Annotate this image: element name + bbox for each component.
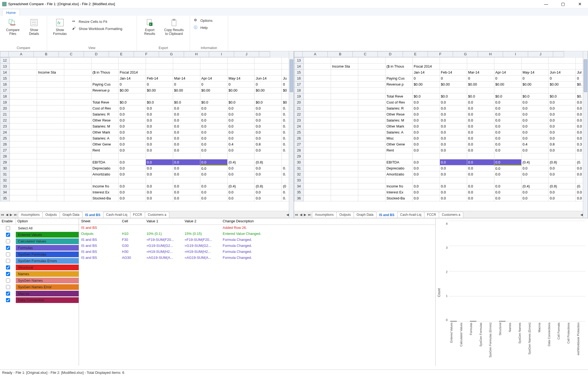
grid-cell[interactable] bbox=[494, 153, 521, 159]
option-label[interactable]: Structural bbox=[16, 265, 79, 270]
grid-cell[interactable]: 0.0 bbox=[200, 189, 227, 195]
grid-cell[interactable]: 0.0 bbox=[173, 171, 200, 177]
grid-cell[interactable]: 0.0 bbox=[118, 147, 146, 153]
grid-cell[interactable]: Other Mark bbox=[385, 123, 412, 129]
grid-cell[interactable] bbox=[304, 147, 331, 153]
grid-cell[interactable]: 0.0 bbox=[440, 135, 467, 141]
grid-cell[interactable] bbox=[358, 189, 385, 195]
grid-cell[interactable] bbox=[64, 177, 91, 183]
grid-cell[interactable] bbox=[10, 171, 37, 177]
grid-cell[interactable] bbox=[358, 117, 385, 123]
grid-cell[interactable] bbox=[227, 69, 255, 75]
grid-cell[interactable]: (0.4) bbox=[521, 159, 549, 165]
grid-cell[interactable] bbox=[64, 189, 91, 195]
grid-cell[interactable]: Depreciatio bbox=[385, 165, 412, 171]
column-header[interactable]: B bbox=[328, 51, 353, 57]
grid-cell[interactable]: 0.0 bbox=[200, 141, 227, 147]
grid-cell[interactable]: Paying Cus bbox=[91, 81, 118, 87]
grid-cell[interactable]: 0.0 bbox=[255, 105, 282, 111]
grid-cell[interactable] bbox=[37, 135, 64, 141]
grid-cell[interactable] bbox=[494, 177, 521, 183]
grid-cell[interactable]: Fiscal 2014 bbox=[412, 63, 440, 69]
sheet-tab[interactable]: Customers a bbox=[145, 212, 169, 218]
grid-cell[interactable]: 0.0 bbox=[521, 189, 549, 195]
grid-cell[interactable]: 0.0 bbox=[200, 111, 227, 117]
grid-cell[interactable]: 0.0 bbox=[118, 111, 146, 117]
sheet-tab[interactable]: FCCR bbox=[424, 212, 439, 218]
grid-cell[interactable]: 0.0 bbox=[227, 105, 255, 111]
grid-cell[interactable]: $0.00 bbox=[146, 87, 173, 93]
grid-cell[interactable] bbox=[37, 147, 64, 153]
grid-cell[interactable] bbox=[358, 165, 385, 171]
grid-cell[interactable] bbox=[10, 111, 37, 117]
grid-cell[interactable]: 0.0 bbox=[494, 117, 521, 123]
grid-cell[interactable]: 0.0 bbox=[521, 99, 549, 105]
grid-cell[interactable]: Depreciatio bbox=[91, 165, 118, 171]
sheet-tab[interactable]: Cash-Avail-Liq bbox=[397, 212, 424, 218]
row-header[interactable]: 33 bbox=[294, 177, 304, 183]
grid-cell[interactable] bbox=[358, 141, 385, 147]
row-header[interactable]: 31 bbox=[294, 165, 304, 171]
grid-cell[interactable]: 0.0 bbox=[118, 195, 146, 201]
grid-cell[interactable] bbox=[37, 117, 64, 123]
grid-cell[interactable] bbox=[304, 195, 331, 201]
grid-cell[interactable] bbox=[358, 171, 385, 177]
grid-cell[interactable]: 0.0 bbox=[412, 159, 440, 165]
grid-cell[interactable] bbox=[64, 69, 91, 75]
grid-cell[interactable] bbox=[358, 195, 385, 201]
grid-cell[interactable]: 0.0 bbox=[173, 141, 200, 147]
grid-cell[interactable] bbox=[173, 69, 200, 75]
grid-cell[interactable]: 0.0 bbox=[227, 123, 255, 129]
grid-cell[interactable]: 0.0 bbox=[440, 165, 467, 171]
grid-cell[interactable] bbox=[331, 135, 358, 141]
grid-cell[interactable]: 0.0 bbox=[494, 165, 521, 171]
grid-cell[interactable]: 0.0 bbox=[440, 147, 467, 153]
grid-cell[interactable] bbox=[64, 165, 91, 171]
grid-cell[interactable]: 0.0 bbox=[549, 195, 576, 201]
grid-cell[interactable]: 0.0 bbox=[200, 147, 227, 153]
grid-cell[interactable] bbox=[37, 111, 64, 117]
grid-cell[interactable] bbox=[91, 63, 118, 69]
grid-cell[interactable]: 0.0 bbox=[440, 195, 467, 201]
grid-cell[interactable] bbox=[64, 111, 91, 117]
grid-cell[interactable]: Revenue p bbox=[385, 81, 412, 87]
grid-cell[interactable]: 0.0 bbox=[227, 117, 255, 123]
grid-cell[interactable]: 0.0 bbox=[549, 111, 576, 117]
grid-cell[interactable] bbox=[91, 93, 118, 99]
grid-cell[interactable]: 0.0 bbox=[146, 117, 173, 123]
grid-cell[interactable] bbox=[255, 177, 282, 183]
grid-cell[interactable] bbox=[331, 75, 358, 81]
grid-cell[interactable]: 0.0 bbox=[255, 195, 282, 201]
left-scrollbar[interactable] bbox=[289, 51, 294, 218]
grid-cell[interactable]: 0.0 bbox=[173, 123, 200, 129]
grid-cell[interactable]: Other Gene bbox=[385, 141, 412, 147]
grid-cell[interactable]: 0.0 bbox=[521, 135, 549, 141]
grid-cell[interactable]: 0.0 bbox=[146, 195, 173, 201]
grid-cell[interactable]: 0.0 bbox=[227, 189, 255, 195]
sheet-tab[interactable]: Outputs bbox=[336, 212, 354, 218]
grid-cell[interactable] bbox=[10, 117, 37, 123]
grid-cell[interactable]: 0.0 bbox=[412, 183, 440, 189]
grid-cell[interactable] bbox=[521, 57, 549, 63]
diff-row[interactable]: IS and BSF30 =F19-SUM(F20...=F19-SUM(F20… bbox=[79, 237, 435, 243]
grid-cell[interactable]: 0.0 bbox=[146, 165, 173, 171]
grid-cell[interactable]: Salaries: A bbox=[385, 129, 412, 135]
grid-cell[interactable]: 0.0 bbox=[227, 147, 255, 153]
option-label[interactable]: Macros bbox=[16, 291, 79, 296]
option-label[interactable]: SysGen Formulas bbox=[16, 251, 79, 257]
row-header[interactable]: 28 bbox=[294, 147, 304, 153]
grid-cell[interactable] bbox=[37, 81, 64, 87]
row-header[interactable]: 21 bbox=[294, 105, 304, 111]
grid-cell[interactable]: 0.0 bbox=[440, 123, 467, 129]
grid-cell[interactable] bbox=[467, 87, 494, 93]
grid-cell[interactable] bbox=[37, 141, 64, 147]
grid-cell[interactable] bbox=[37, 87, 64, 93]
row-header[interactable]: 17 bbox=[294, 81, 304, 87]
grid-cell[interactable]: (0.8) bbox=[549, 159, 576, 165]
grid-cell[interactable]: May-14 bbox=[521, 69, 549, 75]
grid-cell[interactable] bbox=[549, 87, 576, 93]
grid-cell[interactable]: 0 bbox=[173, 81, 200, 87]
sheet-tab[interactable]: Cash-Avail-Liq bbox=[103, 212, 130, 218]
grid-cell[interactable]: Jan-14 bbox=[118, 75, 146, 81]
grid-cell[interactable]: 0.0 bbox=[146, 159, 173, 165]
